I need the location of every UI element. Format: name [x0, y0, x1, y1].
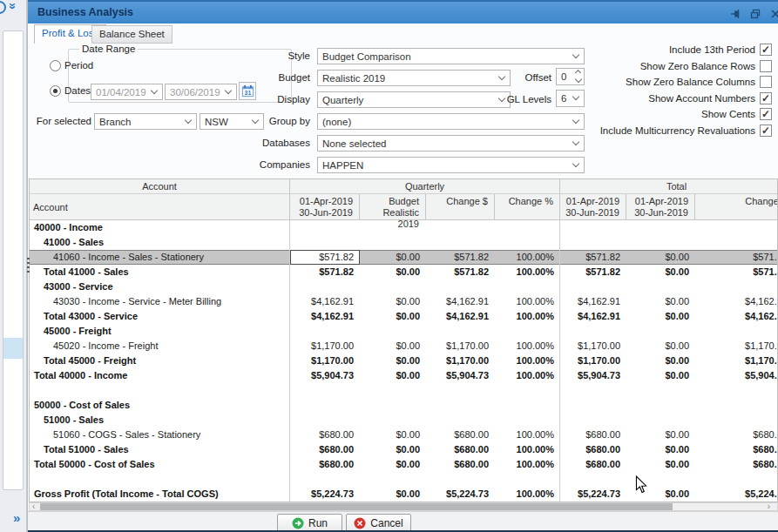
value-cell[interactable]: $0.00: [360, 442, 426, 457]
value-cell[interactable]: $0.00: [626, 487, 695, 502]
value-cell[interactable]: $1,170.00: [290, 339, 360, 354]
value-cell[interactable]: $0.00: [626, 457, 695, 472]
value-cell[interactable]: 100.00%: [495, 250, 560, 265]
value-cell[interactable]: $0.00: [626, 428, 695, 442]
value-cell[interactable]: $680.00: [560, 428, 626, 442]
value-cell[interactable]: $680.00: [426, 457, 495, 472]
value-cell[interactable]: $5,904.73: [560, 368, 626, 383]
display-select[interactable]: Quarterly: [317, 91, 511, 108]
value-cell[interactable]: [426, 398, 495, 413]
account-cell[interactable]: [30, 383, 290, 398]
value-cell[interactable]: [426, 413, 495, 428]
value-cell[interactable]: [495, 324, 560, 339]
value-cell[interactable]: 100.00%: [495, 487, 560, 502]
value-cell[interactable]: [560, 235, 626, 250]
value-cell[interactable]: 100.00%: [495, 354, 560, 368]
account-cell[interactable]: Total 51000 - Sales: [30, 442, 290, 457]
scroll-right-icon[interactable]: ›: [768, 502, 770, 511]
value-cell[interactable]: $680.00: [695, 442, 778, 457]
horizontal-scrollbar[interactable]: ‹ ›: [29, 502, 778, 511]
value-cell[interactable]: [290, 398, 360, 413]
value-cell[interactable]: [695, 324, 778, 339]
group-header-quarterly[interactable]: Quarterly: [290, 179, 560, 194]
value-cell[interactable]: [560, 220, 626, 235]
value-cell[interactable]: [695, 220, 778, 235]
value-cell[interactable]: [626, 472, 695, 487]
account-cell[interactable]: Total 43000 - Service: [30, 309, 290, 324]
value-cell[interactable]: [560, 279, 626, 294]
account-cell[interactable]: 41000 - Sales: [30, 235, 290, 250]
value-cell[interactable]: $571.82: [560, 265, 626, 279]
value-cell[interactable]: [290, 220, 360, 235]
value-cell[interactable]: $571.82: [290, 250, 360, 265]
value-cell[interactable]: $0.00: [360, 368, 426, 383]
value-cell[interactable]: 100.00%: [495, 457, 560, 472]
restore-icon[interactable]: [749, 8, 761, 20]
chevron-double-right-icon[interactable]: »: [13, 510, 20, 525]
value-cell[interactable]: 100.00%: [495, 442, 560, 457]
value-cell[interactable]: $0.00: [360, 250, 426, 265]
checkbox[interactable]: [760, 60, 772, 72]
account-cell[interactable]: 51000 - Sales: [30, 413, 290, 428]
value-cell[interactable]: $680.00: [426, 442, 495, 457]
value-cell[interactable]: [695, 279, 778, 294]
value-cell[interactable]: [626, 398, 695, 413]
column-header[interactable]: 01-Apr-2019 30-Jun-2019: [290, 194, 360, 220]
value-cell[interactable]: [560, 383, 626, 398]
value-cell[interactable]: [495, 279, 560, 294]
account-cell[interactable]: 50000 - Cost of Sales: [30, 398, 290, 413]
column-header[interactable]: Account: [30, 194, 290, 220]
account-cell[interactable]: 45000 - Freight: [30, 324, 290, 339]
checkbox[interactable]: ✓: [760, 125, 772, 137]
value-cell[interactable]: $1,170.00: [426, 339, 495, 354]
value-cell[interactable]: [290, 383, 360, 398]
value-cell[interactable]: $0.00: [626, 442, 695, 457]
value-cell[interactable]: $1,170.00: [560, 339, 626, 354]
checkbox[interactable]: ✓: [760, 108, 772, 120]
account-cell[interactable]: 41060 - Income - Sales - Stationery: [30, 250, 290, 265]
value-cell[interactable]: $4,162.91: [426, 309, 495, 324]
group-header-total[interactable]: Total: [560, 179, 778, 194]
value-cell[interactable]: $680.00: [426, 428, 495, 442]
value-cell[interactable]: [426, 472, 495, 487]
checkbox[interactable]: [760, 76, 772, 88]
value-cell[interactable]: $0.00: [360, 457, 426, 472]
cancel-button[interactable]: Cancel: [346, 514, 411, 532]
value-cell[interactable]: [426, 324, 495, 339]
value-cell[interactable]: $0.00: [626, 250, 695, 265]
group-header-account[interactable]: Account: [30, 179, 290, 194]
value-cell[interactable]: 100.00%: [495, 428, 560, 442]
value-cell[interactable]: $5,904.73: [426, 368, 495, 383]
value-cell[interactable]: [360, 324, 426, 339]
value-cell[interactable]: [360, 220, 426, 235]
value-cell[interactable]: $0.00: [360, 265, 426, 279]
account-cell[interactable]: 51060 - COGS - Sales - Stationery: [30, 428, 290, 442]
value-cell[interactable]: $680.00: [290, 457, 360, 472]
value-cell[interactable]: $0.00: [626, 294, 695, 309]
value-cell[interactable]: [495, 472, 560, 487]
tab-balance-sheet[interactable]: Balance Sheet: [91, 25, 173, 44]
value-cell[interactable]: $0.00: [626, 354, 695, 368]
checkbox[interactable]: ✓: [760, 44, 772, 56]
companies-select[interactable]: HAPPEN: [317, 157, 585, 173]
value-cell[interactable]: 100.00%: [495, 294, 560, 309]
value-cell[interactable]: $0.00: [626, 339, 695, 354]
date-from-field[interactable]: 01/04/2019: [91, 84, 163, 100]
account-cell[interactable]: [30, 472, 290, 487]
checkbox[interactable]: ✓: [760, 92, 772, 104]
value-cell[interactable]: [290, 324, 360, 339]
value-cell[interactable]: [560, 398, 626, 413]
account-cell[interactable]: Total 50000 - Cost of Sales: [30, 457, 290, 472]
value-cell[interactable]: [560, 324, 626, 339]
scrollbar-thumb[interactable]: [40, 503, 673, 510]
value-cell[interactable]: $571.82: [695, 250, 778, 265]
value-cell[interactable]: $0.00: [360, 339, 426, 354]
column-header[interactable]: Change $: [426, 194, 495, 220]
value-cell[interactable]: $0.00: [626, 265, 695, 279]
value-cell[interactable]: $5,904.73: [290, 368, 360, 383]
pin-icon[interactable]: [729, 8, 741, 20]
value-cell[interactable]: [495, 383, 560, 398]
value-cell[interactable]: $571.82: [426, 265, 495, 279]
value-cell[interactable]: $680.00: [695, 457, 778, 472]
value-cell[interactable]: [495, 413, 560, 428]
